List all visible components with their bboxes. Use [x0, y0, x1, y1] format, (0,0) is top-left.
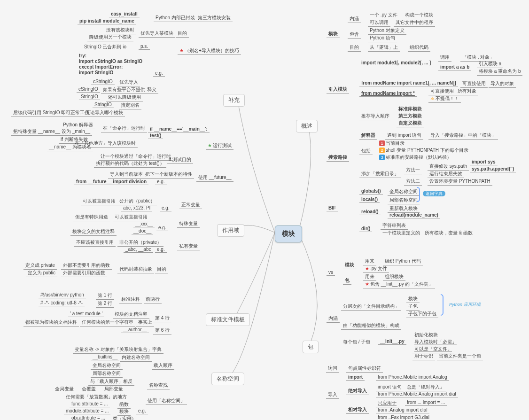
- n: 包: [343, 277, 351, 285]
- n: 组织代码: [408, 44, 430, 52]
- n: 目的: [348, 44, 361, 52]
- brace-icon: [441, 294, 443, 316]
- n: 模块: [343, 261, 356, 269]
- n: 返回字典: [423, 191, 445, 197]
- n: import 语句: [376, 383, 404, 391]
- n: cStringIO: [91, 78, 115, 85]
- n: 子包: [406, 303, 420, 311]
- n: 定义为 public: [26, 269, 57, 277]
- n: 外部需要引用的函数: [61, 269, 107, 277]
- n: import cStringIO as StringIO: [79, 59, 142, 64]
- n: 模块: [406, 295, 420, 303]
- n: 运行测试: [206, 142, 233, 150]
- n: import StringIO: [79, 70, 113, 75]
- n: from modName import name1[, ... nameN]]: [359, 80, 458, 86]
- n: 正常变量: [179, 201, 202, 209]
- branch-namespace: 名称空间: [211, 373, 244, 385]
- n: StringIO: [79, 93, 100, 100]
- n: 2shell 变量 PYTHONPATH 下的每个目录: [379, 147, 468, 154]
- n: 字典: [150, 346, 163, 354]
- n: 内涵: [348, 15, 361, 23]
- n: import a as b: [438, 64, 471, 70]
- n: 可直接使用: [460, 80, 488, 88]
- n: 一个 .py 文件: [368, 11, 399, 19]
- n: 构成一个模块: [403, 11, 435, 19]
- n: except ImportError:: [79, 64, 123, 70]
- n: 内建名称空间: [120, 354, 152, 362]
- n: 由「功能相似的模块」构成: [341, 322, 401, 330]
- n: sys.path.append(''): [470, 166, 516, 172]
- n: 类（实例）: [111, 415, 138, 420]
- n: Python 语句: [368, 34, 397, 42]
- n: e.g.: [155, 246, 167, 253]
- n: from Phone.Mobile.Analog import dial: [376, 391, 458, 397]
- n: e.g.: [155, 179, 167, 185]
- n: globals(): [359, 188, 383, 194]
- n: 组织 Python 代码: [383, 257, 423, 265]
- n: abc, x123, PI: [121, 205, 152, 211]
- n: 释义: [145, 86, 158, 94]
- n: p.s.: [139, 43, 150, 50]
- n: 设置环境变量 PYTHONPATH: [428, 178, 492, 186]
- n: 引入模块: [327, 86, 349, 93]
- n: 直接修改 sys.path: [428, 163, 469, 171]
- n: 降级使用另一个模块: [87, 33, 133, 41]
- n: 把特殊变量 __name__ 设为 _main__: [11, 128, 92, 136]
- n: 第 6 行: [153, 327, 171, 334]
- n: 事实上: [136, 319, 154, 327]
- n: from Phone.Mobile import Analog: [376, 374, 449, 381]
- n: 解释器: [359, 132, 377, 140]
- n: 从「逻辑」上: [368, 44, 400, 52]
- n: 搜索路径: [327, 154, 349, 162]
- n: 相对导入: [346, 406, 369, 414]
- n: from __future__ import division: [74, 179, 148, 185]
- n: 代码封装和抽象: [117, 265, 154, 273]
- n: module.attribute = ...: [64, 408, 110, 414]
- n: 只应用于: [376, 399, 398, 407]
- n: 全局名称空间: [91, 362, 123, 370]
- n: dir(): [359, 226, 372, 232]
- n: 全局名称空间: [388, 188, 420, 196]
- n: .py 文件: [363, 265, 389, 273]
- n: 第 2 行: [96, 300, 114, 308]
- n: 载入顺序: [152, 362, 174, 370]
- n: 调用: [438, 54, 451, 62]
- n: __builtins__: [91, 354, 119, 360]
- n: 在「其他地方」导入该模块时: [73, 140, 138, 148]
- n: 在「命令行」运行时: [101, 124, 147, 132]
- n: 当前文件夹是一个包: [437, 352, 483, 360]
- n: 不应该被直接引用: [74, 239, 116, 247]
- n: from ... import = ...: [405, 399, 447, 406]
- n: 后续代码引用 StringIO 即可正常工作: [11, 109, 91, 117]
- n: 总是「绝对导入」: [405, 383, 446, 391]
- n: 还可以降级使用: [106, 93, 143, 101]
- n: 包含 __Init__.py 的「文件夹」: [363, 280, 435, 288]
- branch-supplement: 补充: [223, 94, 245, 107]
- n: # -*- coding: utf-8 -*-: [39, 300, 85, 306]
- n: （别名+导入模块）的技巧: [178, 47, 241, 55]
- n: 引入模块 a: [477, 60, 503, 68]
- n: #!/usr/bin/env python: [39, 292, 86, 298]
- n: Python 内部已封装: [154, 14, 197, 22]
- n: 任何模块的第一个字符串: [80, 319, 135, 327]
- n: 第三方模块安装: [196, 14, 233, 22]
- n: 可以被直接引用: [81, 197, 117, 205]
- n: vs: [327, 269, 335, 276]
- n: easy_install: [109, 11, 140, 17]
- n: test(): [148, 132, 163, 139]
- n: 内涵: [327, 315, 340, 323]
- n: 不提倡！！: [428, 95, 461, 103]
- n: 模块的文档注释: [113, 311, 149, 319]
- n: 可以调用: [368, 19, 390, 27]
- n: Python 对象定义: [368, 27, 406, 35]
- n: 局部名称空间: [388, 196, 420, 204]
- n: 一个模块里定义的: [381, 229, 422, 237]
- n: 特殊变量: [177, 220, 200, 228]
- n: __doc__: [132, 228, 153, 234]
- n: Python 应用环境: [446, 302, 483, 308]
- n: 句点属性标识符: [346, 365, 383, 373]
- n: __xxx__: [133, 221, 155, 227]
- n: 所有对象: [456, 87, 478, 95]
- n: locals(): [359, 196, 380, 203]
- branch-scope: 作用域: [217, 224, 244, 237]
